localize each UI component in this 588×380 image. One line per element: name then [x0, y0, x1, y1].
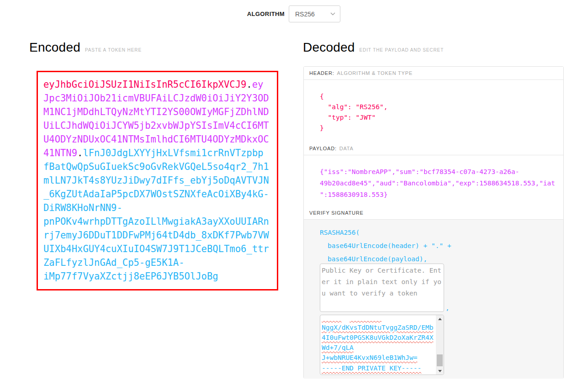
scroll-up-icon[interactable]: [436, 315, 444, 322]
header-sublabel: ALGORITHM & TOKEN TYPE: [337, 70, 413, 76]
jwt-separator-dot: .: [77, 148, 83, 158]
signature-code-line2: base64UrlEncode(header) + "." +: [320, 239, 451, 253]
private-key-scrollbar[interactable]: [436, 315, 444, 375]
verify-signature-area: RSASHA256(base64UrlEncode(header) + "." …: [304, 220, 563, 379]
verify-signature-label: VERIFY SIGNATURE: [309, 210, 364, 216]
decoded-subtitle: EDIT THE PAYLOAD AND SECRET: [359, 48, 444, 53]
private-key-line: J+wbNRUE4KvxN69leB1WhJw=: [322, 353, 435, 363]
payload-label: PAYLOAD:: [309, 146, 337, 151]
decoded-panel: HEADER: ALGORITHM & TOKEN TYPE { "alg": …: [303, 66, 564, 379]
header-label: HEADER:: [309, 70, 334, 76]
encoded-title: Encoded: [29, 40, 80, 55]
signature-code: RSASHA256(base64UrlEncode(header) + "." …: [320, 226, 451, 266]
algorithm-label: ALGORITHM: [247, 11, 285, 17]
verify-section-label: VERIFY SIGNATURE: [304, 206, 563, 220]
scrollbar-thumb[interactable]: [437, 354, 443, 366]
algorithm-select[interactable]: RS256: [289, 5, 340, 22]
signature-code-comma: ,: [445, 304, 450, 311]
jwt-header-segment: eyJhbGciOiJSUzI1NiIsInR5cCI6IkpXVCJ9: [43, 79, 246, 90]
chevron-down-icon: [330, 12, 335, 16]
private-key-line: -----END PRIVATE KEY-----: [322, 363, 435, 373]
jwt-token-text[interactable]: eyJhbGciOiJSUzI1NiIsInR5cCI6IkpXVCJ9.eyJ…: [43, 78, 269, 283]
algorithm-selected-value: RS256: [295, 11, 330, 18]
clipped-key-line: xxxxx xxxxxxxx: [322, 315, 435, 322]
signature-code-line1: RSASHA256(: [320, 226, 451, 239]
payload-json-editor[interactable]: {"iss":"NombreAPP","sum":"bcf78354-c07a-…: [304, 155, 563, 206]
payload-section-label: PAYLOAD: DATA: [304, 142, 563, 155]
jwt-payload-segment: eyJpc3MiOiJOb21icmVBUFAiLCJzdW0iOiJiY2Y3…: [43, 79, 269, 158]
private-key-line: NggX/dKvsTdDNtuTvggZaSRD/EMb4I0uFwt0PGSK…: [322, 322, 435, 353]
decoded-title: Decoded: [303, 40, 355, 55]
payload-sublabel: DATA: [339, 146, 354, 151]
encoded-subtitle: PASTE A TOKEN HERE: [85, 48, 142, 53]
encoded-token-editor[interactable]: eyJhbGciOiJSUzI1NiIsInR5cCI6IkpXVCJ9.eyJ…: [37, 71, 278, 290]
public-key-input[interactable]: [320, 264, 444, 312]
header-json-editor[interactable]: { "alg": "RS256", "typ": "JWT" }: [304, 80, 563, 142]
private-key-input[interactable]: xxxxx xxxxxxxx NggX/dKvsTdDNtuTvggZaSRD/…: [320, 315, 444, 375]
jwt-signature-segment: lFnJ0JdgLXYYjHxLVfsmi1crRnVTzpbpfBatQwQp…: [43, 148, 269, 282]
private-key-text: xxxxx xxxxxxxx NggX/dKvsTdDNtuTvggZaSRD/…: [322, 317, 435, 373]
jwt-separator-dot: .: [246, 79, 252, 90]
header-section-label: HEADER: ALGORITHM & TOKEN TYPE: [304, 67, 563, 80]
header-json: { "alg": "RS256", "typ": "JWT" }: [320, 91, 554, 133]
scroll-down-icon[interactable]: [436, 367, 444, 375]
payload-json: {"iss":"NombreAPP","sum":"bcf78354-c07a-…: [320, 166, 555, 201]
